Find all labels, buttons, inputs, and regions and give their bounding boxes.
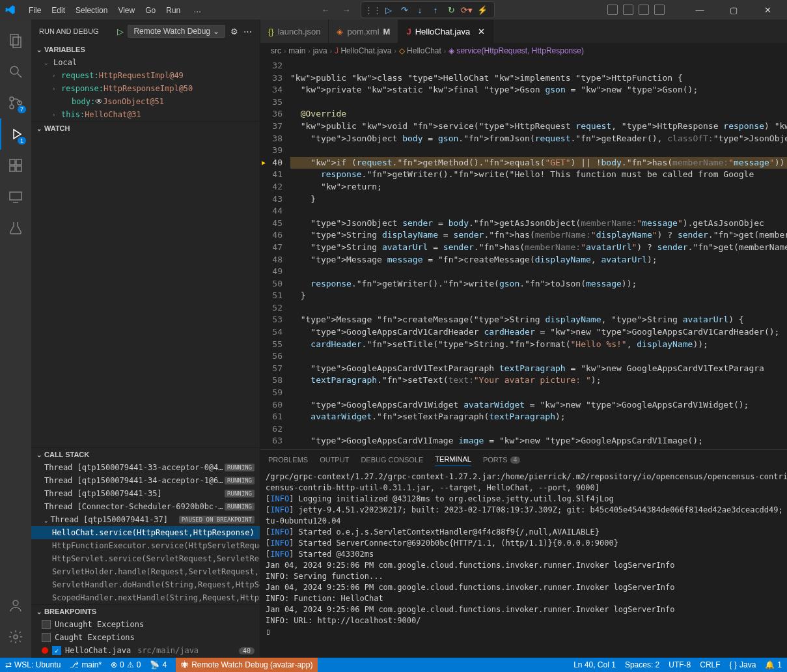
nav-forward-icon[interactable]: → [340,3,353,16]
gear-icon[interactable]: ⚙ [230,27,238,36]
drag-handle-icon[interactable]: ⋮⋮ [368,5,378,15]
indent-indicator[interactable]: Spaces: 2 [625,660,659,669]
menu-file[interactable]: File [23,3,46,18]
thread-row[interactable]: Thread [Connector-Scheduler-6920b0bc-1]R… [31,500,260,513]
activity-settings[interactable] [0,621,31,652]
breadcrumb-item[interactable]: src [271,46,281,55]
stack-frame[interactable]: ScopedHandler.nextHandle(String,Request,… [31,591,260,604]
remote-indicator[interactable]: ⇄WSL: Ubuntu [5,660,61,669]
menu-selection[interactable]: Selection [70,3,113,18]
variables-header[interactable]: ⌄VARIABLES [31,43,260,56]
panel-tab-ports[interactable]: PORTS4 [483,453,520,466]
svg-rect-9 [16,160,21,165]
cursor-position[interactable]: Ln 40, Col 1 [573,660,616,669]
menu-edit[interactable]: Edit [46,3,70,18]
breakpoint-toggle[interactable]: Uncaught Exceptions [31,618,260,631]
layout-secondary-icon[interactable] [639,5,649,15]
titlebar: FileEditSelectionViewGoRun … ← → ⋮⋮ ▷ ↷ … [0,0,787,20]
activity-debug[interactable]: 1 [0,119,31,150]
breadcrumb-item[interactable]: main [288,46,305,55]
activity-scm[interactable]: 7 [0,87,31,119]
callstack-section: ⌄CALL STACK Thread [qtp1500079441-33-acc… [31,448,260,605]
layout-panel-icon[interactable] [623,5,633,15]
layout-primary-icon[interactable] [607,5,618,15]
menu-view[interactable]: View [113,3,140,18]
panel-tab-problems[interactable]: PROBLEMS [268,453,308,466]
editor-body[interactable]: 3233343536373839▶40414243444546474849505… [260,59,787,449]
activity-extensions[interactable] [0,150,31,181]
svg-rect-11 [16,166,21,171]
continue-icon[interactable]: ▷ [383,5,394,15]
breakpoint-file[interactable]: ✓HelloChat.java src/main/java40 [31,644,260,657]
window-minimize-icon[interactable]: — [685,0,714,20]
debug-status[interactable]: 🕷Remote Watch Debug (avatar-app) [176,658,318,672]
watch-header[interactable]: ⌄WATCH [31,122,260,135]
breadcrumb-item[interactable]: J HelloChat.java [335,46,391,55]
breakpoint-toggle[interactable]: Caught Exceptions [31,631,260,644]
launch-config-select[interactable]: Remote Watch Debug ⌄ [128,25,225,38]
git-branch[interactable]: ⎇main* [70,660,102,669]
panel-tab-debug-console[interactable]: DEBUG CONSOLE [361,453,423,466]
thread-row[interactable]: Thread [qtp1500079441-33-acceptor-0@48..… [31,461,260,474]
activity-account[interactable] [0,590,31,621]
menu-overflow[interactable]: … [188,3,206,17]
hot-swap-icon[interactable]: ⟳▾ [462,5,472,15]
notifications-icon[interactable]: 🔔1 [765,660,782,669]
breadcrumb-item[interactable]: ◈ service(HttpRequest, HttpResponse) [449,46,584,55]
restart-icon[interactable]: ↻ [446,5,456,15]
activity-remote[interactable] [0,181,31,212]
debug-icon: 🕷 [181,660,189,669]
activity-testing[interactable] [0,212,31,244]
step-into-icon[interactable]: ↓ [415,5,425,15]
thread-row[interactable]: Thread [qtp1500079441-35]RUNNING [31,487,260,500]
breakpoints-header[interactable]: ⌄BREAKPOINTS [31,605,260,618]
callstack-header[interactable]: ⌄CALL STACK [31,448,260,461]
breadcrumb[interactable]: src›main›java›J HelloChat.java›◇ HelloCh… [260,43,787,59]
problems-indicator[interactable]: ⊗0 ⚠0 [111,660,141,669]
stack-frame[interactable]: HelloChat.service(HttpRequest,HttpRespon… [31,526,260,539]
step-out-icon[interactable]: ↑ [430,5,441,15]
variable-scope[interactable]: ⌄Local [31,56,260,69]
thread-row-paused[interactable]: ⌄Thread [qtp1500079441-37]PAUSED ON BREA… [31,513,260,526]
breadcrumb-item[interactable]: java [313,46,327,55]
activity-explorer[interactable] [0,25,31,56]
editor-tab[interactable]: {}launch.json [260,20,329,43]
panel-tab-terminal[interactable]: TERMINAL [435,453,471,466]
stack-frame[interactable]: ServletHandler.doHandle(String,Request,H… [31,578,260,591]
stack-frame[interactable]: ServletHolder.handle(Request,ServletRequ… [31,565,260,578]
panel-tab-output[interactable]: OUTPUT [320,453,349,466]
menu-go[interactable]: Go [140,3,161,18]
ports-indicator[interactable]: 📡4 [150,660,167,669]
layout-customize-icon[interactable] [654,5,665,15]
menu-run[interactable]: Run [161,3,186,18]
eol-indicator[interactable]: CRLF [700,660,720,669]
step-over-icon[interactable]: ↷ [399,5,409,15]
stop-icon[interactable]: ⚡ [477,5,488,15]
stack-frame[interactable]: HttpFunctionExecutor.service(HttpServlet… [31,539,260,552]
variable-row[interactable]: ›response: HttpResponseImpl@50 [31,82,260,95]
terminal-output[interactable]: /grpc/grpc-context/1.27.2/grpc-context-1… [260,469,787,658]
window-close-icon[interactable]: ✕ [753,0,782,20]
nav-back-icon[interactable]: ← [319,3,332,16]
editor-tab[interactable]: JHelloChat.java✕ [398,20,493,43]
variable-row[interactable]: ›request: HttpRequestImpl@49 [31,69,260,82]
encoding-indicator[interactable]: UTF-8 [669,660,691,669]
thread-row[interactable]: Thread [qtp1500079441-34-acceptor-1@66..… [31,474,260,487]
editor-area: {}launch.json◈pom.xmlMJHelloChat.java✕ ▷… [260,20,787,658]
svg-rect-0 [10,35,18,45]
language-indicator[interactable]: { } Java [730,660,756,669]
close-tab-icon[interactable]: ✕ [478,27,485,36]
more-icon[interactable]: ⋯ [243,27,252,36]
activity-search[interactable] [0,56,31,87]
variable-row[interactable]: ›this: HelloChat@31 [31,108,260,121]
window-maximize-icon[interactable]: ▢ [719,0,748,20]
stack-frame[interactable]: HttpServlet.service(ServletRequest,Servl… [31,552,260,565]
editor-tab[interactable]: ◈pom.xmlM [329,20,398,43]
breadcrumb-item[interactable]: ◇ HelloChat [399,46,441,55]
svg-rect-10 [10,166,15,171]
svg-point-5 [10,105,14,109]
start-debug-icon[interactable]: ▷ [117,27,124,36]
branch-icon: ⎇ [70,660,79,669]
variable-row[interactable]: body: 👁 JsonObject@51 [31,95,260,108]
svg-point-4 [10,97,14,101]
